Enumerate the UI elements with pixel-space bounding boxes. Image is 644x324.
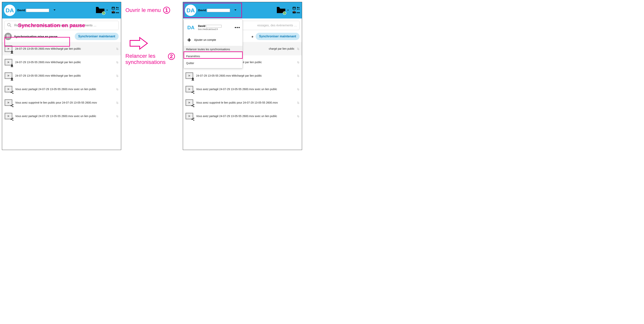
svg-point-39 [299, 12, 300, 13]
redacted-surname [207, 9, 230, 12]
activity-age: 1j. [116, 115, 119, 117]
app-window-right: DA David [183, 2, 302, 150]
activity-text: Vous avez partagé 24-07-29 13-05-55 2600… [15, 88, 114, 91]
activity-item[interactable]: Vous avez supprimé le lien public pour 2… [183, 96, 302, 109]
menu-settings[interactable]: Paramètres [184, 53, 242, 60]
header-bar: DA David [183, 2, 302, 18]
calendar-icon[interactable] [292, 7, 296, 10]
calendar-icon[interactable] [112, 7, 115, 10]
svg-line-50 [192, 105, 194, 106]
menu-avatar: DA [186, 23, 196, 32]
activity-age: 1j. [297, 115, 300, 117]
menu-current-account[interactable]: DA David box.medicalcloud.fr ••• [184, 21, 242, 34]
video-thumb [4, 45, 12, 53]
sync-now-button[interactable]: Synchroniser maintenant [75, 33, 119, 40]
svg-line-29 [11, 119, 13, 120]
contacts-icon[interactable] [296, 7, 300, 10]
svg-line-51 [192, 106, 194, 107]
svg-point-34 [297, 7, 298, 8]
svg-point-10 [8, 23, 10, 26]
svg-point-38 [298, 12, 299, 13]
activity-age: 1j. [297, 61, 300, 63]
more-dots-icon[interactable] [116, 10, 119, 14]
svg-line-23 [11, 105, 13, 106]
svg-line-28 [11, 118, 13, 119]
activity-text: Vous avez partagé 24-07-29 13-05-55 2600… [196, 115, 294, 118]
user-avatar[interactable]: DA [185, 4, 196, 16]
activity-age: 1j. [297, 47, 300, 50]
menu-account-more-icon[interactable]: ••• [235, 25, 240, 30]
sync-folder-button[interactable] [276, 6, 289, 14]
svg-line-56 [192, 119, 194, 120]
share-overlay-icon [191, 117, 194, 122]
activity-item[interactable]: Vous avez partagé 24-07-29 13-05-55 2600… [183, 82, 302, 96]
activity-item[interactable]: Vous avez supprimé le lien public pour 2… [2, 96, 121, 109]
search-placeholder-trunc: essages, des événements … [257, 24, 297, 27]
folder-chevron-icon[interactable] [106, 9, 108, 12]
svg-line-24 [11, 106, 13, 107]
folder-chevron-icon[interactable] [287, 9, 289, 12]
svg-rect-30 [293, 7, 296, 9]
svg-point-35 [298, 7, 300, 8]
activity-age: 1j. [297, 101, 300, 104]
pause-icon [4, 33, 12, 40]
svg-line-46 [192, 92, 194, 93]
activity-item[interactable]: 24-07-29 13-05-55 2600.mov téléchargé pa… [183, 69, 302, 82]
share-overlay-icon [10, 104, 14, 108]
contacts-icon[interactable] [116, 7, 119, 10]
sync-folder-button[interactable] [96, 6, 108, 14]
user-menu-chevron-icon[interactable] [53, 8, 56, 12]
activity-item[interactable]: Vous avez partagé 24-07-29 13-05-55 2600… [2, 109, 121, 123]
svg-line-45 [192, 91, 194, 92]
user-avatar[interactable]: DA [4, 4, 16, 16]
redacted-surname [26, 9, 49, 12]
download-overlay-icon [10, 50, 14, 54]
sync-status-label: Synchronisation mise en pause [14, 35, 72, 38]
activity-text: Vous avez supprimé le lien public pour 2… [196, 101, 294, 104]
activity-list: 24-07-29 13-05-55 2600.mov téléchargé pa… [2, 42, 121, 123]
annotation-step1: Ouvrir le menu 1 [126, 7, 170, 14]
app-window-left: DA David [2, 2, 121, 150]
download-overlay-icon [10, 63, 14, 68]
activity-item[interactable]: Vous avez partagé 24-07-29 13-05-55 2600… [183, 109, 302, 123]
activity-item[interactable]: 24-07-29 13-05-55 2600.mov téléchargé pa… [2, 55, 121, 69]
svg-line-19 [11, 92, 13, 93]
user-name-label: David [198, 8, 230, 12]
menu-add-account[interactable]: + Ajouter un compte [184, 34, 242, 46]
arrow-icon [129, 36, 148, 51]
sync-status-row: Synchronisation mise en pause Synchronis… [2, 31, 121, 42]
download-overlay-icon [10, 77, 14, 81]
menu-restart-sync[interactable]: Relancer toutes les synchronisations [184, 46, 242, 53]
svg-point-4 [116, 7, 117, 8]
annotation-pause-overlay: Synchronisation en pause [18, 22, 85, 28]
menu-quit[interactable]: Quitter [184, 60, 242, 67]
folder-icon [96, 6, 105, 14]
activity-text: Vous avez supprimé le lien public pour 2… [15, 101, 114, 104]
sync-status-trunc: e [252, 35, 253, 38]
activity-item[interactable]: 24-07-29 13-05-55 2600.mov téléchargé pa… [2, 69, 121, 82]
activity-item[interactable]: 24-07-29 13-05-55 2600.mov téléchargé pa… [2, 42, 121, 55]
svg-point-7 [116, 12, 117, 13]
activity-text: Vous avez partagé 24-07-29 13-05-55 2600… [196, 88, 294, 91]
more-dots-icon[interactable] [296, 10, 300, 14]
menu-add-account-label: Ajouter un compte [194, 38, 216, 41]
sync-now-button[interactable]: Synchroniser maintenant [256, 33, 300, 40]
sync-ok-badge-icon [102, 11, 105, 15]
download-overlay-icon [191, 77, 194, 81]
activity-age: 1j. [116, 74, 119, 77]
mail-icon[interactable] [112, 10, 115, 14]
activity-age: 1j. [297, 74, 300, 77]
activity-text: 24-07-29 13-05-55 2600.mov téléchargé pa… [15, 74, 114, 77]
user-menu-chevron-icon[interactable] [234, 8, 237, 12]
step-number-2: 2 [168, 53, 175, 60]
share-overlay-icon [10, 117, 14, 122]
activity-text: 24-07-29 13-05-55 2600.mov téléchargé pa… [196, 74, 294, 77]
sync-ok-badge-icon [283, 11, 286, 15]
activity-item[interactable]: Vous avez partagé 24-07-29 13-05-55 2600… [2, 82, 121, 96]
mail-icon[interactable] [292, 10, 296, 14]
svg-point-9 [118, 12, 119, 13]
svg-line-11 [10, 25, 11, 27]
activity-age: 1j. [297, 88, 300, 90]
svg-line-55 [192, 118, 194, 119]
header-tools [292, 7, 300, 14]
